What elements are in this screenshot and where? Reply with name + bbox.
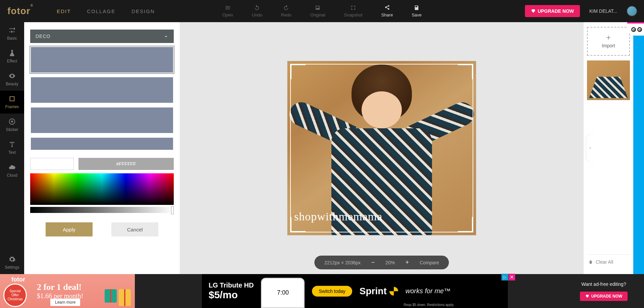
zoom-bar: 2212px × 2036px − 20% + Compare <box>314 256 449 269</box>
advertisement[interactable]: LG Tribute HD $5/mo Switch today Sprint … <box>202 274 508 308</box>
gift-icons <box>105 289 131 306</box>
redo-button[interactable]: Redo <box>278 5 294 17</box>
rail-effect[interactable]: Effect <box>0 45 24 68</box>
image-icon <box>315 5 321 11</box>
rail-settings[interactable]: Settings <box>0 251 24 274</box>
top-bar: fotor® EDIT COLLAGE DESIGN Open Undo Red… <box>0 0 644 22</box>
dimensions-label: 2212px × 2036px <box>324 260 361 265</box>
text-icon <box>8 141 16 148</box>
promo-logo: fotor <box>11 276 25 283</box>
toolbar: Open Undo Redo Original Snapshot Share S… <box>220 5 424 17</box>
upsell-question: Want ad-free editing? <box>581 281 626 287</box>
frame-option-3[interactable] <box>30 107 174 134</box>
watermark-text: shopwithmemama <box>294 210 382 223</box>
bottom-bar: fotor SpecialOfferChristmas 2 for 1 deal… <box>0 274 644 308</box>
upgrade-button[interactable]: UPGRADE NOW <box>525 5 580 17</box>
rail-cloud[interactable]: Cloud <box>0 159 24 182</box>
hex-value-button[interactable]: #FFFFFF <box>78 158 174 170</box>
username-label[interactable]: KIM DELAT... <box>589 8 617 14</box>
frame-option-2[interactable] <box>30 77 174 103</box>
flask-icon <box>8 49 16 57</box>
rail-beauty[interactable]: Beauty <box>0 68 24 91</box>
ad-close-button[interactable]: ✕ <box>508 274 515 280</box>
category-header[interactable]: DECO <box>30 30 174 43</box>
sliders-icon <box>8 27 16 34</box>
chevron-up-icon <box>164 34 168 39</box>
canvas-image[interactable]: shopwithmemama <box>287 61 476 235</box>
compare-button[interactable]: Compare <box>420 260 439 265</box>
brightness-slider[interactable] <box>30 207 174 213</box>
logo: fotor® <box>7 6 33 16</box>
footer-upsell: Want ad-free editing? UPGRADE NOW <box>564 274 644 308</box>
trash-icon <box>588 260 593 264</box>
footer-upgrade-button[interactable]: UPGRADE NOW <box>580 292 628 301</box>
chevron-right-icon <box>588 146 592 150</box>
snapshot-icon <box>350 5 356 11</box>
zoom-value: 20% <box>385 260 395 265</box>
cancel-button[interactable]: Cancel <box>111 222 158 236</box>
rail-frames[interactable]: Frames <box>0 91 24 114</box>
star-icon <box>8 118 16 125</box>
ad-brand: Sprint <box>360 286 398 297</box>
open-button[interactable]: Open <box>220 5 236 17</box>
frame-option-4[interactable] <box>30 137 174 150</box>
color-gradient-picker[interactable] <box>30 173 174 205</box>
redo-icon <box>283 5 289 11</box>
hamburger-icon <box>225 5 231 11</box>
mode-edit[interactable]: EDIT <box>57 8 71 14</box>
ad-phone-image <box>261 278 305 308</box>
diamond-icon <box>585 294 589 298</box>
hootsuite-extension-icon[interactable] <box>627 22 644 36</box>
right-strip: Import Clear All <box>584 22 644 274</box>
ad-text: LG Tribute HD $5/mo <box>209 281 254 301</box>
eye-icon <box>8 72 16 80</box>
original-button[interactable]: Original <box>308 5 328 17</box>
ad-tagline: works for me™ <box>406 287 450 295</box>
snapshot-button[interactable]: Snapshot <box>341 5 365 17</box>
promo-text: 2 for 1 deal! $1.66 per month! <box>37 282 83 300</box>
avatar[interactable] <box>627 6 637 16</box>
collapse-right-panel[interactable] <box>586 135 594 162</box>
top-right: UPGRADE NOW KIM DELAT... <box>525 5 637 17</box>
canvas-area: shopwithmemama 2212px × 2036px − 20% + C… <box>180 22 584 274</box>
mode-tabs: EDIT COLLAGE DESIGN <box>57 8 155 14</box>
undo-button[interactable]: Undo <box>249 5 265 17</box>
share-icon <box>384 5 390 11</box>
plus-icon <box>605 34 612 41</box>
apply-button[interactable]: Apply <box>46 222 93 236</box>
diamond-icon <box>531 9 536 13</box>
clear-all-button[interactable]: Clear All <box>587 254 630 269</box>
promo-banner[interactable]: fotor SpecialOfferChristmas 2 for 1 deal… <box>0 274 135 308</box>
frame-option-1[interactable] <box>30 46 174 73</box>
rail-sticker[interactable]: Sticker <box>0 114 24 136</box>
left-rail: Basic Effect Beauty Frames Sticker Text … <box>0 22 24 274</box>
options-panel: DECO #FFFFFF Apply Cancel <box>24 22 180 274</box>
gear-icon <box>8 256 16 263</box>
rail-basic[interactable]: Basic <box>0 22 24 45</box>
learn-more-button[interactable]: Learn more <box>50 299 80 306</box>
rail-text[interactable]: Text <box>0 136 24 159</box>
share-button[interactable]: Share <box>379 5 396 17</box>
undo-icon <box>254 5 260 11</box>
mode-collage[interactable]: COLLAGE <box>87 8 115 14</box>
promo-badge: SpecialOfferChristmas <box>3 283 27 307</box>
ad-switch-button[interactable]: Switch today <box>312 286 352 297</box>
ad-info-icon[interactable]: ▷ <box>501 274 508 280</box>
zoom-in-button[interactable]: + <box>404 259 410 266</box>
zoom-out-button[interactable]: − <box>370 259 376 266</box>
ad-fineprint: Reqs $5 down. Restrictions apply. <box>404 303 454 307</box>
color-swatch[interactable] <box>30 158 74 170</box>
cloud-icon <box>8 164 16 171</box>
mode-design[interactable]: DESIGN <box>131 8 155 14</box>
frame-icon <box>8 95 16 102</box>
import-button[interactable]: Import <box>587 27 630 56</box>
sprint-logo-icon <box>389 287 398 296</box>
save-button[interactable]: Save <box>409 5 424 17</box>
library-thumbnail[interactable] <box>587 60 630 100</box>
save-icon <box>414 5 420 11</box>
